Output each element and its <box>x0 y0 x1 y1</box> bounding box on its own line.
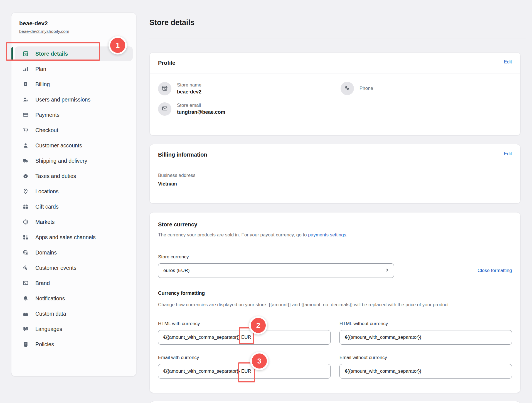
apps-grid-icon <box>23 234 29 240</box>
close-formatting-link[interactable]: Close formatting <box>477 268 512 273</box>
locations-pin-icon <box>23 188 29 194</box>
business-address-value: Vietnam <box>158 181 512 187</box>
select-caret-icon <box>384 268 389 274</box>
annotation-badge-step3: 3 <box>250 352 269 370</box>
sidebar-item-locations[interactable]: Locations <box>15 184 133 199</box>
sidebar-item-plan[interactable]: Plan <box>15 62 133 76</box>
store-email-value: tungtran@beae.com <box>177 109 225 116</box>
shipping-truck-icon <box>23 158 29 164</box>
customer-accounts-icon <box>23 142 29 149</box>
sidebar-item-policies[interactable]: Policies <box>15 337 133 352</box>
shopify-settings-page: beae-dev2 beae-dev2.myshopify.com Store … <box>0 0 532 403</box>
email-without-currency-input[interactable]: €{{amount_with_comma_separator}} <box>339 364 512 379</box>
payments-icon <box>23 112 29 118</box>
currency-field-html-with-currency: HTML with currency €{{amount_with_comma_… <box>158 321 331 345</box>
eur-highlight: EUR3 <box>241 369 251 374</box>
profile-card-title: Profile <box>158 59 175 66</box>
payments-settings-link[interactable]: payments settings <box>308 232 346 238</box>
annotation-badge-step2: 2 <box>249 316 267 335</box>
sidebar-item-markets[interactable]: Markets <box>15 215 133 229</box>
brand-image-icon <box>23 280 29 286</box>
store-name-heading: beae-dev2 <box>19 20 128 27</box>
page-divider <box>149 38 526 38</box>
next-settings-card <box>149 401 521 403</box>
store-currency-description: The currency your products are sold in. … <box>158 231 512 239</box>
sidebar-item-customer-events[interactable]: Customer events <box>15 261 133 275</box>
currency-formatting-fields: HTML with currency €{{amount_with_comma_… <box>158 321 512 379</box>
store-currency-title: Store currency <box>158 221 512 228</box>
currency-field-email-without-currency: Email without currency €{{amount_with_co… <box>339 355 512 379</box>
store-domain-link[interactable]: beae-dev2.myshopify.com <box>19 29 69 34</box>
sidebar-item-brand[interactable]: Brand <box>15 276 133 290</box>
html-without-currency-input[interactable]: €{{amount_with_comma_separator}} <box>339 330 512 345</box>
custom-data-brick-icon <box>23 311 29 317</box>
taxes-moneybag-icon <box>23 173 29 179</box>
business-address-label: Business address <box>158 172 512 179</box>
billing-card-title: Billing information <box>158 151 207 158</box>
billing-information-card: Billing information Edit Business addres… <box>149 144 521 204</box>
billing-icon <box>23 81 29 87</box>
languages-chat-icon <box>23 326 29 332</box>
store-currency-select-label: Store currency <box>158 254 512 260</box>
customer-events-cursor-icon <box>23 265 29 271</box>
markets-globe-icon <box>23 219 29 225</box>
sidebar-item-languages[interactable]: Languages <box>15 322 133 336</box>
sidebar-item-taxes-and-duties[interactable]: Taxes and duties <box>15 169 133 183</box>
eur-highlight: EUR2 <box>241 335 251 340</box>
store-currency-card: Store currency The currency your product… <box>149 212 521 393</box>
store-name-row: Store name beae-dev2 <box>158 82 335 95</box>
email-with-currency-input[interactable]: €{{amount_with_comma_separator}} EUR3 <box>158 364 331 379</box>
sidebar-item-notifications[interactable]: Notifications <box>15 291 133 306</box>
annotation-badge-step1: 1 <box>109 36 127 55</box>
store-email-label: Store email <box>177 102 225 109</box>
sidebar-item-shipping-and-delivery[interactable]: Shipping and delivery <box>15 154 133 168</box>
billing-edit-button[interactable]: Edit <box>504 151 512 157</box>
sidebar-item-billing[interactable]: Billing <box>15 77 133 92</box>
sidebar-item-customer-accounts[interactable]: Customer accounts <box>15 138 133 153</box>
profile-edit-button[interactable]: Edit <box>504 59 512 65</box>
email-icon <box>162 105 168 113</box>
gift-card-icon <box>23 204 29 210</box>
store-currency-select-value: euros (EUR) <box>163 268 189 273</box>
sidebar-header: beae-dev2 beae-dev2.myshopify.com <box>11 13 136 34</box>
sidebar-item-custom-data[interactable]: Custom data <box>15 306 133 321</box>
sidebar-item-domains[interactable]: Domains <box>15 245 133 260</box>
storefront-icon <box>23 51 29 57</box>
policies-document-icon <box>23 341 29 347</box>
settings-sidebar: beae-dev2 beae-dev2.myshopify.com Store … <box>11 13 136 376</box>
plan-icon <box>23 66 29 72</box>
sidebar-item-users-and-permissions[interactable]: Users and permissions <box>15 92 133 107</box>
notifications-bell-icon <box>23 295 29 301</box>
store-name-value: beae-dev2 <box>177 88 201 95</box>
users-permissions-icon <box>23 97 29 103</box>
store-email-row: Store email tungtran@beae.com <box>158 102 335 116</box>
settings-nav: Store details Plan Billing Users and per… <box>11 46 136 352</box>
phone-label: Phone <box>359 85 373 92</box>
profile-card: Profile Edit Store name beae-dev2 Store … <box>149 52 521 135</box>
sidebar-item-checkout[interactable]: Checkout <box>15 123 133 137</box>
phone-icon <box>344 85 350 92</box>
currency-field-email-with-currency: Email with currency €{{amount_with_comma… <box>158 355 331 379</box>
currency-field-html-without-currency: HTML without currency €{{amount_with_com… <box>339 321 512 345</box>
store-name-label: Store name <box>177 82 201 88</box>
storefront-icon <box>162 85 168 92</box>
page-title: Store details <box>149 18 194 27</box>
domains-globe-icon <box>23 249 29 256</box>
sidebar-item-gift-cards[interactable]: Gift cards <box>15 199 133 214</box>
sidebar-item-payments[interactable]: Payments <box>15 108 133 122</box>
checkout-cart-icon <box>23 127 29 133</box>
currency-formatting-title: Currency formatting <box>158 290 512 296</box>
phone-row: Phone <box>341 82 512 95</box>
store-currency-select[interactable]: euros (EUR) <box>158 263 394 278</box>
html-with-currency-input[interactable]: €{{amount_with_comma_separator}} EUR2 <box>158 330 331 345</box>
currency-formatting-description: Change how currencies are displayed on y… <box>158 300 512 310</box>
sidebar-item-apps-and-sales-channels[interactable]: Apps and sales channels <box>15 230 133 244</box>
